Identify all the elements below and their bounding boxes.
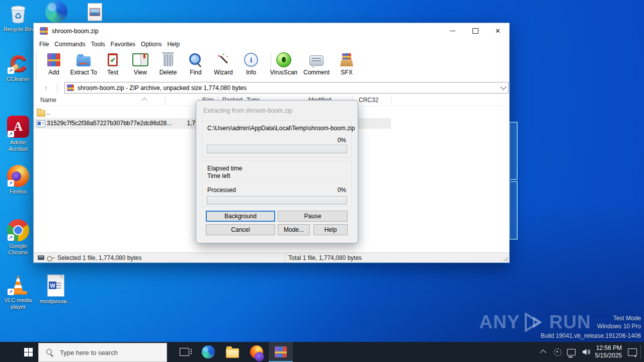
taskbar-winrar-active[interactable] — [269, 342, 293, 362]
mode-button[interactable]: Mode... — [278, 224, 310, 235]
title-bar[interactable]: shroom-boom.zip — [34, 23, 509, 39]
watermark-run: RUN — [549, 312, 591, 332]
vlc-icon — [7, 274, 29, 296]
taskbar-edge[interactable] — [196, 342, 220, 362]
clock-date: 5/15/2025 — [592, 352, 622, 359]
desktop-icon-edge[interactable] — [39, 1, 73, 23]
help-button[interactable]: Help — [313, 224, 348, 235]
start-button[interactable] — [18, 342, 38, 362]
column-resize-handle[interactable] — [165, 96, 166, 105]
task-view-button[interactable] — [172, 342, 196, 362]
elapsed-time-label: Elapsed time — [207, 165, 242, 172]
status-bar: Selected 1 file, 1,774,080 bytes Total 1… — [34, 252, 509, 262]
toolbar-sfx-button[interactable]: SFX — [332, 52, 361, 79]
sfx-box-icon — [339, 52, 355, 68]
desktop-icon-vlc[interactable]: VLC media player — [0, 274, 36, 310]
tray-expand-icon[interactable] — [540, 349, 546, 356]
file-icon — [37, 120, 45, 127]
pause-button[interactable]: Pause — [278, 211, 348, 222]
group-separator — [204, 181, 350, 182]
toolbar-info-button[interactable]: i Info — [236, 52, 266, 79]
watermark-os: Windows 10 Pro — [597, 322, 641, 330]
toolbar-comment-button[interactable]: Comment — [301, 52, 332, 79]
desktop-icon-adobe-acrobat[interactable]: A Adobe Acrobat — [0, 116, 36, 152]
status-divider — [285, 254, 285, 261]
menu-file[interactable]: File — [39, 41, 49, 48]
volume-icon[interactable] — [582, 348, 591, 355]
wallpaper-window-logo-pane — [509, 122, 518, 180]
toolbar-virusscan-button[interactable]: VirusScan — [268, 52, 299, 79]
file-progress-percent: 0% — [338, 137, 346, 144]
address-gripper — [57, 83, 58, 92]
chevron-down-icon — [500, 83, 507, 90]
toolbar-delete-button[interactable]: Delete — [153, 52, 183, 79]
shortcut-arrow-icon — [8, 234, 14, 241]
shortcut-arrow-icon — [8, 67, 14, 74]
menu-help[interactable]: Help — [167, 41, 180, 48]
menu-favorites[interactable]: Favorites — [111, 41, 135, 48]
close-button[interactable]: ✕ — [487, 23, 509, 39]
show-desktop-button[interactable] — [640, 345, 641, 359]
firefox-icon — [7, 165, 29, 187]
maximize-button[interactable] — [464, 23, 487, 39]
desktop: ♻ Recycle Bin C CCleaner A Adobe Acrobat… — [0, 0, 644, 362]
key-icon[interactable] — [47, 255, 55, 260]
minimize-button[interactable] — [441, 23, 464, 39]
cancel-button[interactable]: Cancel — [206, 224, 275, 235]
menu-commands[interactable]: Commands — [54, 41, 85, 48]
tray-agent-icon[interactable] — [554, 348, 561, 356]
toolbar-find-button[interactable]: Find — [181, 52, 210, 79]
watermark-any: ANY — [479, 312, 520, 332]
adobe-acrobat-icon: A — [7, 116, 29, 138]
test-clipboard-icon — [105, 52, 121, 68]
extract-progress-dialog: Extracting from shroom-boom.zip C:\Users… — [196, 100, 358, 243]
desktop-icon-firefox[interactable]: Firefox — [0, 165, 36, 195]
folder-icon — [37, 110, 45, 117]
column-crc32[interactable]: CRC32 — [359, 97, 378, 104]
toolbar-view-button[interactable]: View — [126, 52, 155, 79]
desktop-icon-word-doc[interactable]: W mostjanuar... — [37, 275, 73, 305]
taskbar-clock[interactable]: 12:56 PM 5/15/2025 — [592, 344, 622, 359]
network-icon[interactable] — [567, 349, 576, 355]
desktop-icon-label: VLC media player — [0, 297, 36, 310]
menu-options[interactable]: Options — [141, 41, 162, 48]
desktop-icon-image-file[interactable] — [79, 2, 110, 24]
taskbar-firefox[interactable] — [245, 342, 269, 362]
total-progress-bar — [207, 196, 347, 205]
processed-label: Processed — [207, 187, 236, 194]
desktop-icon-label: Adobe Acrobat — [0, 139, 36, 152]
desktop-icon-google-chrome[interactable]: Google Chrome — [0, 219, 36, 256]
toolbar-test-button[interactable]: Test — [98, 52, 127, 79]
column-resize-handle[interactable] — [391, 96, 391, 105]
toolbar-add-button[interactable]: Add — [39, 52, 68, 79]
extract-path: C:\Users\admin\AppData\Local\Temp\shroom… — [207, 125, 355, 132]
winrar-icon — [275, 346, 287, 357]
edge-icon — [45, 1, 67, 23]
time-left-label: Time left — [207, 172, 230, 179]
file-name: 31529c7f5c2f38a57227b307bb77e2dc86d28... — [47, 120, 172, 127]
column-name[interactable]: Name — [40, 97, 56, 104]
search-icon — [46, 348, 54, 356]
archive-address-combo[interactable]: shroom-boom.zip - ZIP archive, unpacked … — [64, 82, 509, 94]
taskbar-search[interactable] — [38, 343, 167, 362]
resize-grip[interactable] — [503, 256, 508, 261]
desktop-icon-ccleaner[interactable]: C CCleaner — [0, 52, 36, 82]
comment-bubble-icon — [308, 52, 325, 68]
delete-trash-icon — [160, 52, 176, 68]
menu-tools[interactable]: Tools — [91, 41, 105, 48]
wizard-wand-icon: ✦✦✦ — [215, 52, 231, 68]
status-selected: Selected 1 file, 1,774,080 bytes — [57, 254, 141, 261]
taskbar-file-explorer[interactable] — [220, 342, 245, 362]
toolbar-wizard-button[interactable]: ✦✦✦ Wizard — [209, 52, 238, 79]
chrome-icon — [7, 219, 29, 241]
up-directory-button[interactable]: ↑ — [40, 82, 52, 93]
edge-icon — [202, 345, 215, 358]
anyrun-play-icon — [524, 313, 545, 332]
desktop-icon-label: Firefox — [10, 189, 27, 195]
background-button[interactable]: Background — [206, 211, 275, 222]
search-input[interactable] — [59, 348, 156, 357]
desktop-icon-recycle-bin[interactable]: ♻ Recycle Bin — [0, 3, 36, 33]
action-center-icon[interactable] — [628, 348, 637, 356]
toolbar-extract-to-button[interactable]: Extract To — [68, 52, 99, 79]
desktop-icon-label: Recycle Bin — [4, 26, 33, 33]
